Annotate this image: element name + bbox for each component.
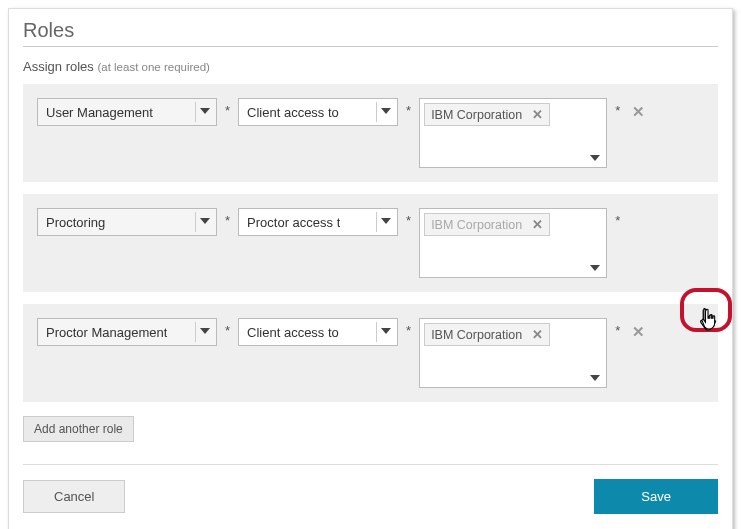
required-asterisk: * bbox=[613, 208, 622, 228]
access-select[interactable]: Client access to bbox=[238, 98, 398, 126]
role-row: Proctoring * Proctor access t * IBM Corp… bbox=[23, 194, 718, 292]
access-select[interactable]: Client access to bbox=[238, 318, 398, 346]
close-icon[interactable]: ✕ bbox=[532, 217, 543, 232]
role-select[interactable]: User Management bbox=[37, 98, 217, 126]
required-asterisk: * bbox=[223, 208, 232, 228]
assign-roles-hint: (at least one required) bbox=[97, 61, 210, 73]
dropdown-divider bbox=[195, 102, 196, 122]
client-tag: IBM Corporation ✕ bbox=[424, 213, 550, 236]
access-select-value: Client access to bbox=[247, 105, 339, 120]
close-icon[interactable]: ✕ bbox=[532, 107, 543, 122]
footer-bar: Cancel Save bbox=[23, 479, 718, 514]
access-select-value: Client access to bbox=[247, 325, 339, 340]
remove-row-icon[interactable]: ✕ bbox=[632, 318, 645, 341]
chevron-down-icon bbox=[381, 108, 391, 114]
required-asterisk: * bbox=[404, 318, 413, 338]
dropdown-divider bbox=[376, 322, 377, 342]
required-asterisk: * bbox=[223, 318, 232, 338]
chevron-down-icon bbox=[200, 328, 210, 334]
role-row: User Management * Client access to * IBM… bbox=[23, 84, 718, 182]
chevron-down-icon bbox=[590, 155, 600, 161]
close-icon[interactable]: ✕ bbox=[532, 327, 543, 342]
chevron-down-icon bbox=[590, 265, 600, 271]
chevron-down-icon bbox=[381, 218, 391, 224]
client-tagbox[interactable]: IBM Corporation ✕ bbox=[419, 98, 607, 168]
role-row: Proctor Management * Client access to * … bbox=[23, 304, 718, 402]
required-asterisk: * bbox=[223, 98, 232, 118]
chevron-down-icon bbox=[200, 218, 210, 224]
required-asterisk: * bbox=[404, 208, 413, 228]
client-tag: IBM Corporation ✕ bbox=[424, 323, 550, 346]
client-tag-label: IBM Corporation bbox=[431, 328, 522, 342]
client-tagbox[interactable]: IBM Corporation ✕ bbox=[419, 318, 607, 388]
page-title: Roles bbox=[23, 19, 718, 47]
dropdown-divider bbox=[195, 322, 196, 342]
required-asterisk: * bbox=[613, 318, 622, 338]
access-select-value: Proctor access t bbox=[247, 215, 340, 230]
assign-roles-label: Assign roles (at least one required) bbox=[23, 59, 718, 74]
dropdown-divider bbox=[195, 212, 196, 232]
dropdown-divider bbox=[376, 212, 377, 232]
client-tag-label: IBM Corporation bbox=[431, 108, 522, 122]
required-asterisk: * bbox=[613, 98, 622, 118]
roles-panel: Roles Assign roles (at least one require… bbox=[8, 8, 733, 529]
client-tagbox[interactable]: IBM Corporation ✕ bbox=[419, 208, 607, 278]
divider bbox=[23, 464, 718, 465]
remove-row-icon[interactable]: ✕ bbox=[632, 98, 645, 121]
chevron-down-icon bbox=[200, 108, 210, 114]
role-select-value: Proctor Management bbox=[46, 325, 167, 340]
access-select[interactable]: Proctor access t bbox=[238, 208, 398, 236]
role-select[interactable]: Proctor Management bbox=[37, 318, 217, 346]
role-select-value: User Management bbox=[46, 105, 153, 120]
save-button[interactable]: Save bbox=[594, 479, 718, 514]
chevron-down-icon bbox=[381, 328, 391, 334]
client-tag: IBM Corporation ✕ bbox=[424, 103, 550, 126]
dropdown-divider bbox=[376, 102, 377, 122]
required-asterisk: * bbox=[404, 98, 413, 118]
cancel-button[interactable]: Cancel bbox=[23, 480, 125, 513]
chevron-down-icon bbox=[590, 375, 600, 381]
add-another-role-button[interactable]: Add another role bbox=[23, 416, 134, 442]
role-select-value: Proctoring bbox=[46, 215, 105, 230]
client-tag-label: IBM Corporation bbox=[431, 218, 522, 232]
assign-roles-text: Assign roles bbox=[23, 59, 94, 74]
role-select[interactable]: Proctoring bbox=[37, 208, 217, 236]
